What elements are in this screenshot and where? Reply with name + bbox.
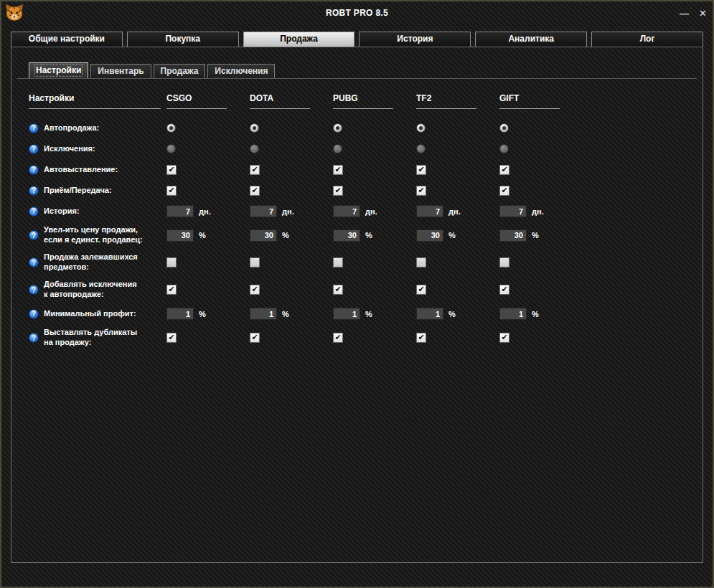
help-icon[interactable]: ?	[29, 165, 39, 175]
checkbox-unchecked[interactable]	[166, 257, 177, 267]
row-cell: ✔	[416, 165, 499, 175]
close-button[interactable]: ✕	[699, 9, 707, 18]
help-icon[interactable]: ?	[29, 257, 39, 267]
checkbox-checked[interactable]: ✔	[166, 165, 177, 175]
header-col-dota: DOTA	[250, 93, 333, 109]
radio-selected[interactable]	[499, 123, 509, 133]
help-icon[interactable]: ?	[29, 230, 39, 240]
checkbox-checked[interactable]: ✔	[250, 186, 260, 196]
radio-unselected[interactable]	[499, 144, 509, 153]
unit-label: %	[282, 231, 289, 240]
sub-tab-3[interactable]: Продажа	[154, 64, 206, 78]
checkbox-checked[interactable]: ✔	[416, 285, 426, 295]
value-input-group: %	[416, 229, 456, 242]
table-rows: ?Автопродажа:?Исключения:?Автовыставлени…	[29, 118, 697, 351]
checkbox-checked[interactable]: ✔	[333, 186, 343, 196]
window-controls: — ✕	[680, 1, 707, 24]
value-input[interactable]	[499, 308, 527, 320]
value-input[interactable]	[166, 205, 194, 217]
row-cell: %	[416, 308, 499, 320]
checkbox-checked[interactable]: ✔	[166, 186, 177, 196]
radio-selected[interactable]	[250, 123, 259, 133]
row-cell: %	[499, 229, 583, 242]
help-icon[interactable]: ?	[29, 333, 39, 343]
help-icon[interactable]: ?	[29, 186, 39, 196]
checkbox-checked[interactable]: ✔	[499, 285, 509, 295]
radio-unselected[interactable]	[333, 144, 342, 153]
radio-selected[interactable]	[166, 123, 176, 133]
value-input[interactable]	[250, 229, 277, 242]
checkbox-checked[interactable]: ✔	[333, 285, 343, 295]
row-cell	[416, 123, 499, 133]
checkbox-checked[interactable]: ✔	[499, 186, 509, 196]
checkbox-checked[interactable]: ✔	[250, 333, 260, 343]
main-tab-5[interactable]: Аналитика	[475, 32, 587, 47]
checkbox-checked[interactable]: ✔	[166, 285, 177, 295]
sub-tab-2[interactable]: Инвентарь	[90, 64, 151, 78]
row-cell: ✔	[250, 165, 333, 175]
checkbox-checked[interactable]: ✔	[166, 333, 177, 343]
main-tab-1[interactable]: Общие настройки	[11, 32, 123, 47]
checkbox-unchecked[interactable]	[499, 257, 509, 267]
help-icon[interactable]: ?	[29, 207, 39, 217]
main-tab-2[interactable]: Покупка	[127, 32, 239, 47]
value-input[interactable]	[416, 229, 443, 242]
checkbox-unchecked[interactable]	[250, 257, 260, 267]
main-tab-3[interactable]: Продажа	[243, 32, 355, 47]
sub-tab-4[interactable]: Исключения	[207, 64, 275, 78]
value-input[interactable]	[333, 308, 360, 320]
row-cell: ✔	[333, 186, 416, 196]
help-icon[interactable]: ?	[29, 123, 39, 133]
main-tab-bar: Общие настройкиПокупкаПродажаИсторияАнал…	[11, 32, 703, 47]
check-icon: ✔	[168, 333, 174, 341]
value-input[interactable]	[333, 229, 360, 242]
value-input[interactable]	[416, 308, 443, 320]
checkbox-checked[interactable]: ✔	[416, 333, 426, 343]
table-row: ?Автопродажа:	[29, 118, 697, 138]
value-input[interactable]	[416, 205, 443, 217]
value-input[interactable]	[499, 229, 527, 242]
help-icon[interactable]: ?	[29, 309, 39, 319]
checkbox-unchecked[interactable]	[333, 257, 343, 267]
value-input[interactable]	[333, 205, 360, 217]
radio-unselected[interactable]	[166, 144, 176, 153]
row-label-cell: ?Приём/Передача:	[29, 186, 166, 196]
checkbox-checked[interactable]: ✔	[499, 165, 509, 175]
checkbox-checked[interactable]: ✔	[333, 333, 343, 343]
checkbox-checked[interactable]: ✔	[333, 165, 343, 175]
radio-selected[interactable]	[416, 123, 426, 133]
checkbox-unchecked[interactable]	[416, 257, 426, 267]
radio-selected[interactable]	[333, 123, 342, 133]
row-label-cell: ?Добавлять исключения к автопродаже:	[29, 280, 166, 300]
help-icon[interactable]: ?	[29, 144, 39, 154]
row-label: Исключения:	[44, 144, 95, 154]
checkbox-checked[interactable]: ✔	[250, 165, 260, 175]
unit-label: дн.	[532, 207, 544, 216]
check-icon: ✔	[418, 333, 424, 341]
header-col-label: GIFT	[499, 93, 560, 109]
table-header: НастройкиCSGODOTAPUBGTF2GIFT	[29, 93, 697, 109]
value-input[interactable]	[499, 205, 527, 217]
check-icon: ✔	[334, 186, 341, 194]
radio-unselected[interactable]	[250, 144, 259, 153]
main-tab-4[interactable]: История	[359, 32, 471, 47]
help-icon[interactable]: ?	[29, 285, 39, 295]
row-cell: ✔	[333, 285, 416, 295]
checkbox-checked[interactable]: ✔	[416, 186, 426, 196]
value-input[interactable]	[250, 308, 277, 320]
unit-label: дн.	[365, 207, 377, 216]
radio-unselected[interactable]	[416, 144, 426, 153]
sub-tab-1[interactable]: Настройки	[29, 62, 88, 78]
value-input[interactable]	[250, 205, 277, 217]
sub-tab-bar: НастройкиИнвентарьПродажаИсключения	[29, 62, 703, 78]
value-input[interactable]	[166, 229, 194, 242]
checkbox-checked[interactable]: ✔	[416, 165, 426, 175]
row-cell	[416, 144, 499, 153]
value-input-group: дн.	[166, 205, 211, 217]
value-input[interactable]	[166, 308, 194, 320]
main-tab-6[interactable]: Лог	[591, 32, 703, 47]
row-cell: ✔	[416, 333, 499, 343]
minimize-button[interactable]: —	[680, 9, 689, 18]
checkbox-checked[interactable]: ✔	[499, 333, 509, 343]
checkbox-checked[interactable]: ✔	[250, 285, 260, 295]
